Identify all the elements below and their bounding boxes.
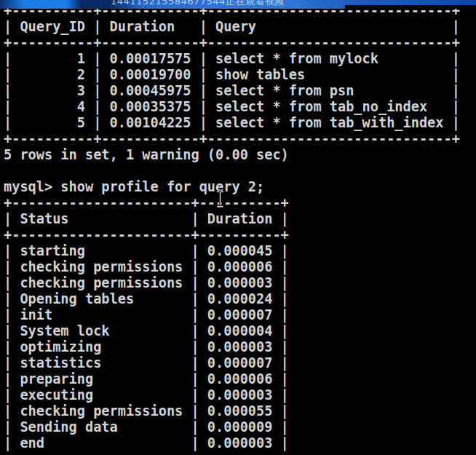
terminal-line: +----------------------+----------+	[4, 195, 476, 211]
terminal-line	[4, 163, 476, 179]
terminal-line: +----------+------------+---------------…	[4, 35, 476, 51]
terminal-line: | 2 | 0.00019700 | show tables |	[4, 67, 476, 83]
terminal-line: | checking permissions | 0.000006 |	[4, 259, 476, 275]
terminal-screen: 144115215584677544正在观看视频 +----------+---…	[0, 0, 476, 455]
terminal-line: | 3 | 0.00045975 | select * from psn |	[4, 83, 476, 99]
terminal-line: | preparing | 0.000006 |	[4, 371, 476, 387]
overlay-fade	[345, 5, 476, 9]
terminal-line: 5 rows in set, 1 warning (0.00 sec)	[4, 147, 476, 163]
terminal-line: | init | 0.000007 |	[4, 307, 476, 323]
terminal-line: +----------+------------+---------------…	[4, 131, 476, 147]
terminal-line: | optimizing | 0.000003 |	[4, 339, 476, 355]
terminal-line: | checking permissions | 0.000003 |	[4, 275, 476, 291]
terminal-line: +----------------------+----------+	[4, 227, 476, 243]
terminal-line: | executing | 0.000003 |	[4, 387, 476, 403]
terminal-line: | Opening tables | 0.000024 |	[4, 291, 476, 307]
terminal-line: | end | 0.000003 |	[4, 435, 476, 451]
terminal-line: | checking permissions | 0.000055 |	[4, 403, 476, 419]
terminal-line: | Query_ID | Duration | Query |	[4, 19, 476, 35]
terminal-line: | starting | 0.000045 |	[4, 243, 476, 259]
terminal-line: | Status | Duration |	[4, 211, 476, 227]
video-watcher-overlay: 144115215584677544正在观看视频	[0, 0, 476, 9]
terminal-line: | 1 | 0.00017575 | select * from mylock …	[4, 51, 476, 67]
terminal-line: | System lock | 0.000004 |	[4, 323, 476, 339]
terminal-line: mysql> show profile for query 2;	[4, 179, 476, 195]
terminal-line: | Sending data | 0.000009 |	[4, 419, 476, 435]
terminal-line: | statistics | 0.000007 |	[4, 355, 476, 371]
video-watcher-text: 144115215584677544正在观看视频	[111, 0, 285, 8]
terminal-line: | 5 | 0.00104225 | select * from tab_wit…	[4, 115, 476, 131]
terminal-line: | 4 | 0.00035375 | select * from tab_no_…	[4, 99, 476, 115]
terminal-output[interactable]: +----------+------------+---------------…	[4, 3, 476, 451]
